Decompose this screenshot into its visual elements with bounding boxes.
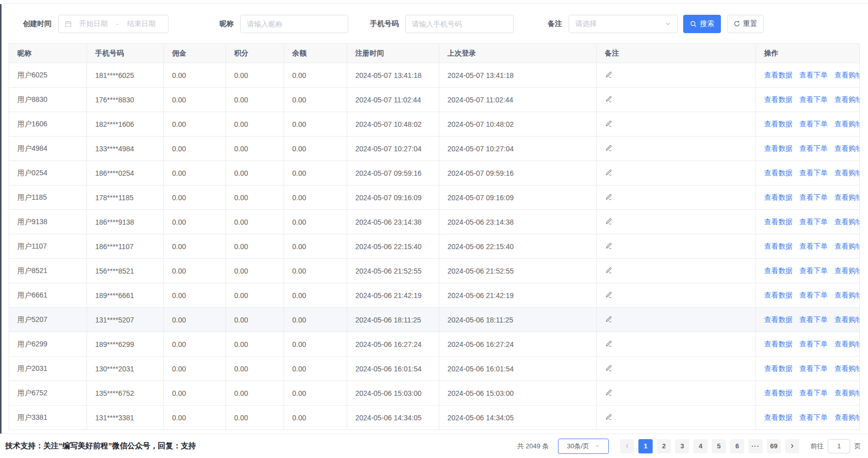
view-order-link[interactable]: 查看下单 [799, 169, 828, 177]
edit-remark-button[interactable] [605, 340, 612, 347]
view-data-link[interactable]: 查看数据 [764, 340, 793, 348]
view-data-link[interactable]: 查看数据 [764, 193, 793, 201]
pager-page-3[interactable]: 3 [675, 439, 689, 453]
cell-balance: 0.00 [284, 234, 347, 259]
view-cart-link[interactable]: 查看购物车 [834, 193, 860, 201]
edit-remark-button[interactable] [605, 389, 612, 396]
view-data-link[interactable]: 查看数据 [764, 144, 793, 152]
search-icon [690, 20, 697, 28]
view-cart-link[interactable]: 查看购物车 [834, 218, 860, 226]
remark-select[interactable]: 请选择 [569, 15, 678, 33]
bottom-bar: 技术支持：关注“编写美好前程”微信公众号，回复：支持 共 2049 条 30条/… [0, 434, 868, 458]
total-count: 共 2049 条 [517, 442, 549, 451]
cell-points: 0.00 [226, 308, 284, 332]
view-cart-link[interactable]: 查看购物车 [834, 169, 860, 177]
cell-actions: 查看数据查看下单查看购物车 [756, 406, 860, 430]
cell-commission: 0.00 [164, 63, 226, 88]
edit-remark-button[interactable] [605, 193, 612, 201]
view-order-link[interactable]: 查看下单 [799, 193, 828, 201]
view-data-link[interactable]: 查看数据 [764, 71, 793, 79]
end-date-placeholder[interactable]: 结束日期 [121, 19, 162, 29]
pager-page-5[interactable]: 5 [712, 439, 726, 453]
view-cart-link[interactable]: 查看购物车 [834, 389, 860, 397]
pager-ellipsis[interactable]: ··· [748, 439, 763, 453]
view-cart-link[interactable]: 查看购物车 [834, 291, 860, 299]
view-order-link[interactable]: 查看下单 [799, 144, 828, 152]
edit-remark-button[interactable] [605, 95, 612, 103]
view-order-link[interactable]: 查看下单 [799, 95, 828, 103]
edit-remark-button[interactable] [605, 364, 612, 372]
view-order-link[interactable]: 查看下单 [799, 242, 828, 250]
view-cart-link[interactable]: 查看购物车 [834, 95, 860, 103]
view-order-link[interactable]: 查看下单 [799, 291, 828, 299]
edit-remark-button[interactable] [605, 169, 612, 176]
nickname-input[interactable] [240, 15, 348, 33]
view-data-link[interactable]: 查看数据 [764, 266, 793, 275]
cell-phone: 178****1185 [87, 185, 164, 210]
cell-points: 0.00 [226, 332, 284, 357]
edit-remark-button[interactable] [605, 413, 612, 421]
edit-remark-button[interactable] [605, 291, 612, 299]
edit-remark-button[interactable] [605, 144, 612, 152]
edit-remark-button[interactable] [605, 218, 612, 225]
view-order-link[interactable]: 查看下单 [799, 218, 828, 226]
table-row: 用户6752135****67520.000.000.002024-05-06 … [9, 381, 860, 406]
view-order-link[interactable]: 查看下单 [799, 71, 828, 79]
view-data-link[interactable]: 查看数据 [764, 242, 793, 250]
edit-remark-button[interactable] [605, 315, 612, 323]
view-order-link[interactable]: 查看下单 [799, 364, 828, 372]
pager-page-6[interactable]: 6 [730, 439, 744, 453]
view-cart-link[interactable]: 查看购物车 [834, 266, 860, 275]
view-data-link[interactable]: 查看数据 [764, 169, 793, 177]
view-order-link[interactable]: 查看下单 [799, 266, 828, 275]
view-order-link[interactable]: 查看下单 [799, 340, 828, 348]
cell-remark [597, 308, 756, 332]
view-data-link[interactable]: 查看数据 [764, 120, 793, 128]
view-data-link[interactable]: 查看数据 [764, 218, 793, 226]
pager-page-1[interactable]: 1 [638, 439, 653, 453]
view-order-link[interactable]: 查看下单 [799, 389, 828, 397]
view-order-link[interactable]: 查看下单 [799, 315, 828, 324]
reset-button[interactable]: 重置 [727, 15, 764, 33]
col-header-nickname: 昵称 [9, 44, 87, 63]
phone-input[interactable] [405, 15, 514, 33]
view-data-link[interactable]: 查看数据 [764, 389, 793, 397]
search-button[interactable]: 搜索 [683, 15, 721, 33]
edit-pencil-icon [605, 144, 612, 152]
cell-register-time: 2024-05-06 23:14:38 [347, 210, 439, 234]
cell-last-login: 2024-05-06 16:01:54 [439, 357, 597, 381]
view-cart-link[interactable]: 查看购物车 [834, 71, 860, 79]
view-cart-link[interactable]: 查看购物车 [834, 364, 860, 372]
start-date-placeholder[interactable]: 开始日期 [73, 19, 114, 29]
table-row: 用户6025181****60250.000.000.002024-05-07 … [9, 63, 860, 88]
view-cart-link[interactable]: 查看购物车 [834, 242, 860, 250]
view-cart-link[interactable]: 查看购物车 [834, 315, 860, 324]
view-cart-link[interactable]: 查看购物车 [834, 340, 860, 348]
users-table-wrap: 昵称 手机号码 佣金 积分 余额 注册时间 上次登录 备注 操作 用户60251… [9, 43, 859, 430]
goto-page-input[interactable] [828, 439, 850, 453]
edit-remark-button[interactable] [605, 71, 612, 78]
cell-points: 0.00 [226, 357, 284, 381]
view-cart-link[interactable]: 查看购物车 [834, 120, 860, 128]
pager-page-69[interactable]: 69 [767, 439, 781, 453]
view-data-link[interactable]: 查看数据 [764, 364, 793, 372]
view-data-link[interactable]: 查看数据 [764, 291, 793, 299]
view-order-link[interactable]: 查看下单 [799, 120, 828, 128]
pager-prev-button[interactable] [620, 439, 634, 453]
edit-remark-button[interactable] [605, 242, 612, 250]
page-size-select[interactable]: 30条/页 [558, 439, 609, 454]
view-data-link[interactable]: 查看数据 [764, 413, 793, 421]
pager-page-4[interactable]: 4 [693, 439, 708, 453]
date-range-picker[interactable]: 开始日期 - 结束日期 [58, 15, 169, 33]
edit-remark-button[interactable] [605, 120, 612, 127]
view-cart-link[interactable]: 查看购物车 [834, 144, 860, 152]
view-order-link[interactable]: 查看下单 [799, 413, 828, 421]
cell-nickname: 用户5207 [9, 308, 87, 332]
view-data-link[interactable]: 查看数据 [764, 315, 793, 324]
view-data-link[interactable]: 查看数据 [764, 95, 793, 103]
pager-page-2[interactable]: 2 [657, 439, 671, 453]
edit-remark-button[interactable] [605, 266, 612, 274]
pager-next-button[interactable] [785, 439, 799, 453]
table-row: 用户2031130****20310.000.000.002024-05-06 … [9, 357, 860, 381]
view-cart-link[interactable]: 查看购物车 [834, 413, 860, 421]
